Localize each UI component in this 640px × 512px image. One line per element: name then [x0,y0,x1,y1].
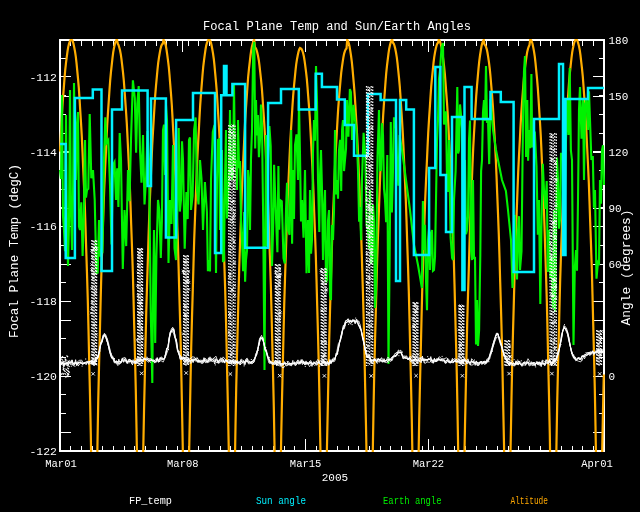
svg-text:Mar15: Mar15 [290,458,322,470]
svg-text:0: 0 [609,371,616,383]
svg-text:-118: -118 [30,296,58,308]
svg-text:-114: -114 [30,147,58,159]
svg-text:Focal Plane Temp (degC): Focal Plane Temp (degC) [8,164,22,338]
svg-text:150: 150 [609,91,629,103]
svg-text:Sun angle: Sun angle [256,496,306,507]
svg-text:Focal Plane Temp and Sun/Earth: Focal Plane Temp and Sun/Earth Angles [203,20,471,34]
svg-text:Mar22: Mar22 [413,458,445,470]
svg-text:180: 180 [609,35,629,47]
svg-text:Apr01: Apr01 [581,458,613,470]
svg-text:Mar01: Mar01 [45,458,77,470]
svg-text:-122: -122 [30,446,58,458]
svg-text:-112: -112 [30,72,58,84]
svg-text:Earth angle: Earth angle [383,496,442,507]
svg-text:-120: -120 [30,371,58,383]
svg-text:Mar08: Mar08 [167,458,199,470]
svg-text:Altitude: Altitude [511,496,549,507]
svg-text:Angle (degrees): Angle (degrees) [620,210,634,326]
svg-text:2005: 2005 [322,472,349,484]
svg-text:120: 120 [609,147,629,159]
svg-text:-116: -116 [30,221,58,233]
svg-text:FP_temp: FP_temp [129,496,172,507]
